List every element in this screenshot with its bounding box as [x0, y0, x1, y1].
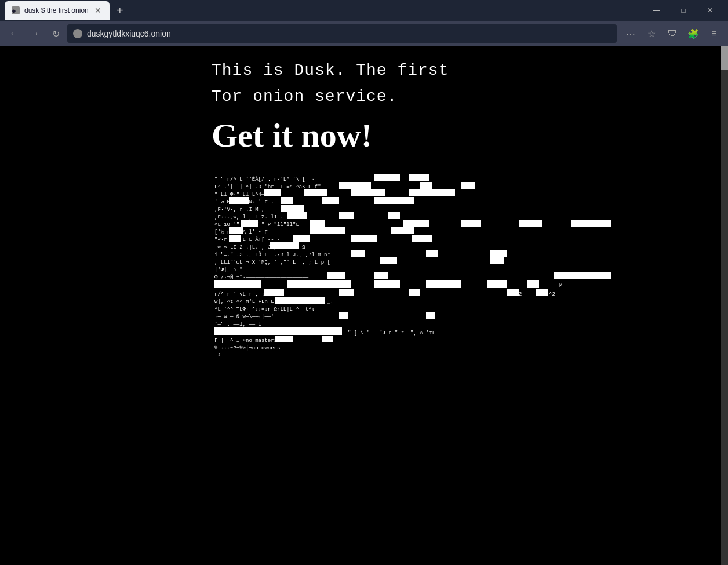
svg-text:"«·r ≈  '   L  L    ÂТ[   -- -: "«·r ≈ ' L L ÂТ[ -- - [214, 236, 280, 243]
nav-bar: ← → ↻ duskgytldkxiuqc6.onion ⋯ ☆ 🛡 🧩 [0, 21, 728, 46]
svg-rect-6 [420, 182, 432, 189]
svg-rect-3 [409, 174, 429, 181]
nav-right-buttons: ⋯ ☆ 🛡 🧩 ≡ [621, 24, 723, 43]
svg-rect-73 [339, 312, 348, 319]
svg-rect-23 [388, 212, 400, 219]
glitch-art: " " r/^ L `'ÉÂ[/ . r·'L^ '\ [| · L^ .'| … [212, 172, 617, 473]
svg-rect-28 [461, 220, 481, 227]
svg-rect-10 [304, 189, 327, 196]
url-text: duskgytldkxiuqc6.onion [87, 29, 611, 38]
onion-security-icon [73, 29, 82, 38]
svg-text:½—···~P¬½½|¬no owners: ½—···~P¬½½|¬no owners [214, 345, 280, 351]
cta-heading[interactable]: Get it now! [212, 116, 693, 155]
svg-rect-26 [310, 220, 325, 227]
svg-rect-53 [554, 272, 611, 279]
svg-text:|'Φ|, ∩ ": |'Φ|, ∩ " [214, 267, 243, 273]
svg-rect-27 [403, 220, 429, 227]
tab-close-button[interactable]: ✕ [93, 6, 103, 15]
svg-rect-45 [490, 250, 507, 257]
svg-rect-76 [214, 327, 342, 335]
svg-text:M: M [559, 283, 562, 289]
svg-rect-17 [374, 197, 414, 204]
svg-rect-64 [409, 289, 420, 296]
svg-rect-37 [293, 235, 310, 242]
svg-rect-67 [536, 289, 548, 296]
svg-rect-56 [374, 280, 400, 288]
svg-rect-44 [426, 250, 438, 257]
close-button[interactable]: ✕ [697, 0, 723, 21]
tagline-line2: Tor onion service. [212, 88, 397, 105]
svg-rect-62 [264, 289, 284, 296]
svg-rect-65 [507, 289, 519, 296]
svg-text:i  "=."  .3  ., LÔ L`  .·B l  : i "=." .3 ., LÔ L` .·B l J., ,7l m n° [214, 251, 330, 258]
tab-title: dusk $ the first onion [24, 6, 89, 14]
new-tab-button[interactable]: + [112, 2, 128, 19]
svg-rect-41 [270, 242, 299, 249]
menu-dots-button[interactable]: ⋯ [621, 24, 640, 43]
scrollbar[interactable] [721, 46, 728, 565]
svg-rect-2 [374, 174, 400, 181]
svg-rect-52 [374, 272, 388, 279]
svg-text:L^  .'|  '|  ^|  .D     "br`  : L^ .'| '| ^| .D "br` L =^ ^aK F f" [214, 184, 321, 190]
svg-rect-54 [214, 280, 261, 288]
svg-rect-25 [241, 220, 258, 227]
forward-button[interactable]: → [26, 24, 44, 43]
svg-rect-70 [275, 297, 325, 304]
svg-text:·—         w    —       Ñ     : ·— w — Ñ w—\——·|——' [214, 314, 274, 320]
svg-rect-55 [287, 280, 351, 288]
svg-text:Φ /·¬Ñ      ¬"·———————————————: Φ /·¬Ñ ¬"·———————————————————— [214, 274, 309, 280]
svg-rect-74 [426, 312, 435, 319]
tab-bar: ● dusk $ the first onion ✕ + — □ ✕ [0, 0, 728, 21]
hamburger-menu-button[interactable]: ≡ [705, 24, 723, 43]
svg-text:,F·'V·, r .I    M         ,: ,F·'V·, r .I M , [214, 207, 264, 213]
window-controls: — □ ✕ [643, 0, 723, 21]
svg-text:, LLl"'φL  ¬ X 'MÇ, '  ,"" L  : , LLl"'φL ¬ X 'MÇ, ' ,"" L ", ; L p [ [214, 260, 330, 265]
svg-rect-16 [322, 197, 339, 204]
bookmark-star-button[interactable]: ☆ [642, 24, 661, 43]
svg-rect-14 [229, 197, 249, 204]
svg-rect-33 [310, 227, 345, 234]
svg-rect-58 [487, 280, 507, 288]
svg-rect-43 [351, 250, 365, 257]
svg-rect-9 [264, 189, 281, 196]
svg-rect-51 [327, 272, 345, 279]
svg-text:2: 2 [519, 291, 522, 297]
svg-rect-12 [409, 189, 455, 196]
minimize-button[interactable]: — [643, 0, 670, 21]
svg-text:,F··.,w,    l ,  L    Σ.  l1  : ,F··.,w, l , L Σ. l1 . [214, 214, 283, 220]
svg-text:" "   r/^  L  `'ÉÂ[/ .  r·'L^ : " " r/^ L `'ÉÂ[/ . r·'L^ '\ [| · [214, 176, 315, 183]
svg-rect-38 [351, 235, 377, 242]
page-content: This is Dusk. The first Tor onion servic… [0, 46, 728, 565]
scrollbar-thumb[interactable] [721, 46, 728, 70]
svg-rect-57 [426, 280, 461, 288]
svg-rect-80 [322, 336, 333, 342]
tagline: This is Dusk. The first Tor onion servic… [212, 58, 693, 110]
svg-rect-36 [229, 235, 241, 242]
refresh-button[interactable]: ↻ [46, 24, 65, 43]
svg-text:"   Ll   Φ·"  Ll  L^4—: " Ll Φ·" Ll L^4— [214, 192, 265, 198]
extensions-button[interactable]: 🧩 [684, 24, 702, 43]
address-bar[interactable]: duskgytldkxiuqc6.onion [67, 24, 617, 43]
svg-rect-19 [281, 205, 304, 212]
page-inner: This is Dusk. The first Tor onion servic… [0, 46, 728, 485]
svg-rect-34 [391, 227, 414, 234]
svg-rect-32 [229, 227, 243, 234]
svg-text:¬²: ¬² [214, 353, 221, 359]
back-button[interactable]: ← [5, 24, 23, 43]
maximize-button[interactable]: □ [670, 0, 697, 21]
svg-text:^2: ^2 [549, 291, 555, 297]
svg-rect-30 [571, 220, 611, 227]
svg-rect-7 [461, 182, 475, 189]
svg-rect-29 [519, 220, 542, 227]
svg-text:`—"  .  ——l,  ——   l: `—" . ——l, —— l [214, 322, 261, 327]
svg-rect-15 [281, 197, 293, 204]
svg-rect-5 [339, 182, 371, 189]
svg-rect-59 [527, 280, 539, 288]
svg-rect-79 [275, 336, 293, 342]
svg-text:"  ]     \    " ` "J    r  "—r: " ] \ " ` "J r "—r —", A 'τΓ [348, 330, 435, 336]
shield-button[interactable]: 🛡 [663, 24, 682, 43]
active-tab[interactable]: ● dusk $ the first onion ✕ [5, 1, 110, 20]
svg-text:Γ  |=  ^   l  ≈no masters: Γ |= ^ l ≈no masters [214, 338, 277, 344]
tagline-line1: This is Dusk. The first [212, 61, 449, 79]
browser-window: ● dusk $ the first onion ✕ + — □ ✕ ← → ↻… [0, 0, 728, 46]
